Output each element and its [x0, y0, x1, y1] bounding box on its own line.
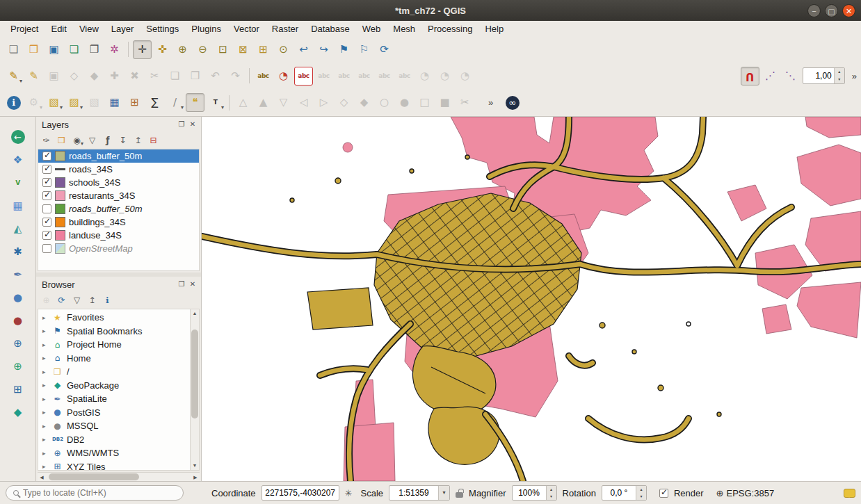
- field-calculator[interactable]: ⊞: [125, 93, 144, 112]
- expand-arrow-icon[interactable]: ▸: [42, 368, 48, 375]
- move-label[interactable]: abc: [355, 67, 373, 86]
- zoom-full-extent[interactable]: ⊡: [214, 40, 232, 59]
- open-layer-styling-panel[interactable]: ✑: [39, 133, 54, 148]
- expand-arrow-icon[interactable]: ▸: [42, 450, 48, 457]
- digitize-with-segment[interactable]: ◇: [65, 67, 83, 86]
- select-features[interactable]: ▧: [45, 93, 63, 112]
- expand-arrow-icon[interactable]: ▸: [42, 327, 48, 334]
- enable-tracing[interactable]: ⋰: [761, 67, 780, 86]
- menu-settings[interactable]: Settings: [140, 22, 185, 35]
- extents-icon[interactable]: ✳: [345, 488, 353, 498]
- zoom-to-selection[interactable]: ⊠: [234, 40, 252, 59]
- layer-visibility-checkbox[interactable]: [42, 191, 51, 200]
- expand-arrow-icon[interactable]: ▸: [42, 314, 48, 321]
- remove-layer[interactable]: ⊟: [146, 133, 161, 148]
- open-data-source-manager[interactable]: ❖: [7, 149, 29, 170]
- menu-layer[interactable]: Layer: [105, 22, 140, 35]
- toolbar-overflow-button[interactable]: »: [484, 97, 497, 108]
- deselect-features[interactable]: ▧: [85, 93, 104, 112]
- add-group[interactable]: ❒: [54, 133, 69, 148]
- minimize-button[interactable]: −: [807, 4, 821, 17]
- float-panel-icon[interactable]: ❐: [176, 119, 187, 130]
- scroll-down-icon[interactable]: ▼: [191, 462, 199, 470]
- float-panel-icon[interactable]: ❐: [176, 279, 187, 290]
- add-wms-layer[interactable]: ⊕: [7, 333, 29, 354]
- layer-item[interactable]: restaurants_34S: [38, 189, 199, 202]
- titlebar[interactable]: *tm_ch72 - QGIS − ▢ ✕: [0, 0, 861, 21]
- add-postgis-layer[interactable]: ●: [7, 287, 29, 308]
- filter-by-expression[interactable]: ƒ: [100, 133, 115, 148]
- mesh-smooth[interactable]: ✂: [456, 93, 474, 112]
- tracing-offset[interactable]: ⋱: [781, 67, 800, 86]
- toggle-editing[interactable]: ✎: [24, 67, 43, 86]
- select-by-value[interactable]: ▨: [65, 93, 83, 112]
- spin-down-icon[interactable]: ▾: [636, 493, 646, 500]
- layer-diagram-options[interactable]: ◔: [274, 67, 293, 86]
- mesh-select[interactable]: ▲: [254, 93, 273, 112]
- mesh-transform-vertices[interactable]: ◁: [294, 93, 313, 112]
- browser-back[interactable]: ←: [7, 127, 29, 147]
- lock-scale-icon[interactable]: [456, 492, 463, 498]
- mesh-select-polygon[interactable]: ▽: [274, 93, 293, 112]
- redo[interactable]: ↷: [226, 67, 245, 86]
- db2[interactable]: ▸ DB2 DB2: [38, 433, 199, 447]
- locate-search-box[interactable]: [6, 485, 184, 501]
- add-wfs-layer[interactable]: ⊕: [7, 356, 29, 377]
- add-xyz-layer[interactable]: ⊞: [7, 379, 29, 400]
- refresh-map[interactable]: ⟳: [375, 40, 394, 59]
- browser-horizontal-scrollbar[interactable]: ◀ ▶: [38, 472, 200, 481]
- map-canvas[interactable]: [202, 117, 861, 481]
- vertex-tool[interactable]: ✚: [105, 67, 124, 86]
- layer-labeling-options[interactable]: abc: [254, 67, 273, 86]
- collapse-all-browser[interactable]: ↥: [85, 293, 99, 308]
- favorites[interactable]: ▸ ★ Favorites: [38, 311, 199, 325]
- geopackage[interactable]: ▸ ◆ GeoPackage: [38, 379, 199, 393]
- pin-diagram[interactable]: ◔: [456, 67, 474, 86]
- postgis[interactable]: ▸ ● PostGIS: [38, 406, 199, 420]
- add-mssql-layer[interactable]: ●: [7, 310, 29, 331]
- browser-vertical-scrollbar[interactable]: ▲ ▼: [190, 309, 199, 470]
- add-selected-layers[interactable]: ⊕: [39, 293, 54, 308]
- enable-snapping[interactable]: U: [741, 67, 759, 86]
- scroll-up-icon[interactable]: ▲: [191, 309, 199, 318]
- expand-arrow-icon[interactable]: ▸: [42, 463, 48, 470]
- expand-arrow-icon[interactable]: ▸: [42, 382, 48, 389]
- refresh-browser[interactable]: ⟳: [54, 293, 69, 308]
- move-diagram[interactable]: ◔: [435, 67, 454, 86]
- locate-input[interactable]: [23, 488, 176, 498]
- change-label-properties[interactable]: abc: [395, 67, 414, 86]
- enable-properties-widget[interactable]: ℹ: [100, 293, 115, 308]
- root-folder[interactable]: ▸ ❒ /: [38, 365, 199, 379]
- spin-up-icon[interactable]: ▴: [636, 486, 646, 493]
- delete-selected[interactable]: ✖: [125, 67, 144, 86]
- expand-arrow-icon[interactable]: ▸: [42, 409, 48, 416]
- menu-edit[interactable]: Edit: [45, 22, 72, 35]
- paste-features[interactable]: ❐: [186, 67, 204, 86]
- render-checkbox[interactable]: [659, 489, 668, 498]
- show-spatial-bookmarks[interactable]: ⚐: [355, 40, 373, 59]
- home[interactable]: ▸ ⌂ Home: [38, 352, 199, 366]
- new-print-layout[interactable]: ❏: [65, 40, 83, 59]
- toolbar-overflow-button[interactable]: »: [848, 71, 861, 81]
- layer-visibility-checkbox[interactable]: [42, 244, 51, 253]
- menu-database[interactable]: Database: [305, 22, 356, 35]
- save-layer-edits[interactable]: ▣: [45, 67, 63, 86]
- expand-arrow-icon[interactable]: ▸: [42, 396, 48, 403]
- mssql[interactable]: ▸ ● MSSQL: [38, 419, 199, 433]
- spin-down-icon[interactable]: ▾: [547, 493, 556, 500]
- coordinate-input[interactable]: [261, 485, 339, 501]
- text-annotation[interactable]: T: [206, 93, 225, 112]
- menu-mesh[interactable]: Mesh: [387, 22, 421, 35]
- current-edits[interactable]: ✎: [4, 67, 23, 86]
- spatialite[interactable]: ▸ ✒ SpatiaLite: [38, 392, 199, 406]
- menu-plugins[interactable]: Plugins: [185, 22, 227, 35]
- pan-to-selection[interactable]: ✜: [153, 40, 172, 59]
- layer-item[interactable]: roads_buffer_50m: [38, 149, 199, 163]
- xyz-tiles[interactable]: ▸ ⊞ XYZ Tiles: [38, 460, 199, 471]
- map-tips[interactable]: ❝: [186, 93, 204, 112]
- layer-visibility-checkbox[interactable]: [42, 152, 51, 161]
- layer-visibility-checkbox[interactable]: [42, 178, 51, 187]
- spatial-bookmarks[interactable]: ▸ ⚑ Spatial Bookmarks: [38, 325, 199, 339]
- add-spatialite-layer[interactable]: ✒: [7, 264, 29, 285]
- new-geopackage-layer[interactable]: ◆: [7, 402, 29, 423]
